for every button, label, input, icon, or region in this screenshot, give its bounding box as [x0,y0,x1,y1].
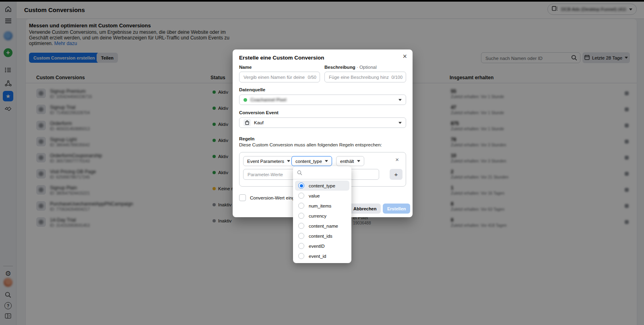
description-field-wrap: 0/100 [324,72,406,82]
close-icon[interactable]: × [402,53,407,60]
add-rule-icon[interactable]: + [390,169,402,180]
rule-param-dropdown[interactable]: content_type [291,156,332,166]
datasource-value: Coachannel Pixel [250,97,287,102]
rule-operator-dropdown[interactable]: enthält [336,156,364,166]
conversion-event-label: Conversion Event [239,110,279,115]
name-input[interactable] [243,74,306,80]
conversion-event-value: Kauf [254,120,264,125]
rules-description: Diese Custom Conversion muss allen folge… [239,142,382,147]
name-label: Name [239,65,252,70]
chevron-down-icon [357,160,360,162]
dropdown-option[interactable]: content_name [295,221,349,231]
radio-icon [298,203,304,209]
checkbox-icon[interactable] [239,194,246,201]
rules-label: Regeln [239,136,254,141]
datasource-select[interactable]: Coachannel Pixel [239,95,406,105]
dropdown-option[interactable]: eventID [295,241,349,251]
radio-icon [298,253,304,259]
radio-icon [298,243,304,249]
dropdown-option[interactable]: content_ids [295,231,349,241]
datasource-label: Datenquelle [239,87,265,92]
chevron-down-icon [287,160,290,162]
submit-button[interactable]: Erstellen [383,204,410,214]
dropdown-option[interactable]: event_id [295,251,349,261]
dropdown-options: content_type value num_items currency co… [293,181,351,261]
radio-icon [298,213,304,219]
chevron-down-icon [325,160,328,162]
search-icon [297,170,302,175]
description-counter: 0/100 [391,75,402,80]
name-counter: 0/50 [308,75,316,80]
dropdown-option[interactable]: content_type [295,181,349,191]
remove-rule-icon[interactable]: × [395,156,399,162]
modal-title: Erstelle eine Custom Conversion [239,55,324,61]
chevron-down-icon [398,122,402,124]
events-manager-screen: Custom Conversions DCB Ads (Desktop Funn… [0,0,644,325]
dropdown-option[interactable]: num_items [295,201,349,211]
description-input[interactable] [328,74,390,80]
conversion-event-select[interactable]: Kauf [239,117,406,128]
description-label: Beschreibung · Optional [324,65,377,70]
parameter-dropdown-panel: content_type value num_items currency co… [293,166,351,263]
radio-icon [298,223,304,229]
purchase-bag-icon [244,119,251,126]
active-dot-icon [244,98,247,102]
dropdown-option[interactable]: currency [295,211,349,221]
rule-param-type-dropdown[interactable]: Event Parameters [243,156,294,166]
name-field-wrap: 0/50 [239,72,320,82]
radio-icon [298,193,304,199]
chevron-down-icon [398,99,402,101]
dropdown-search[interactable] [293,166,351,179]
dropdown-option[interactable]: value [295,191,349,201]
cancel-button[interactable]: Abbrechen [349,204,381,214]
radio-icon [298,233,304,239]
radio-selected-icon [298,183,304,189]
